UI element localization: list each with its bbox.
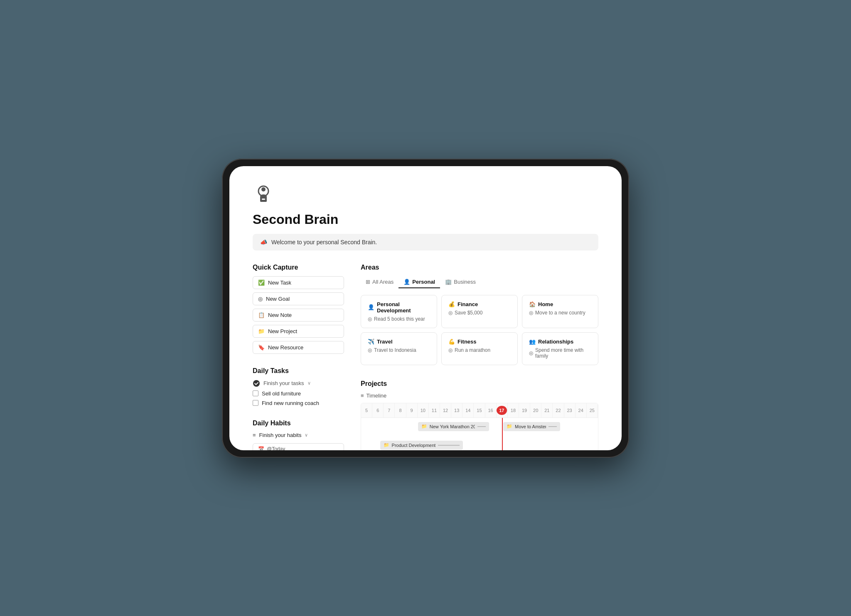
new-task-label: New Task [268,280,291,286]
all-areas-icon: ⊞ [366,279,370,285]
timeline-num-16: 16 [485,403,497,417]
timeline-num-14: 14 [462,403,474,417]
svg-rect-2 [262,199,265,200]
timeline-num-5: 5 [361,403,372,417]
gantt-bar-2[interactable]: 📁Product Development [380,441,463,450]
daily-tasks-title: Daily Tasks [253,367,344,375]
area-card-travel[interactable]: ✈️ Travel ◎ Travel to Indonesia [361,332,437,365]
personal-tab-label: Personal [412,279,435,285]
svg-point-3 [253,380,260,387]
habits-collapse-icon: ∨ [305,432,308,438]
area-card-home[interactable]: 🏠 Home ◎ Move to a new country [522,295,598,328]
gantt-bar-0[interactable]: 📁New York Marathon 2025 [418,422,489,431]
relationships-title: 👥 Relationships [529,339,591,345]
new-resource-label: New Resource [268,344,303,351]
home-sub-icon: ◎ [529,310,533,316]
timeline-num-9: 9 [406,403,418,417]
timeline-num-15: 15 [474,403,485,417]
timeline-num-13: 13 [451,403,462,417]
travel-title: ✈️ Travel [368,339,430,345]
left-column: Quick Capture ✅ New Task ◎ New Goal 📋 N [253,264,344,450]
svg-point-1 [261,187,266,191]
home-icon: 🏠 [529,301,536,307]
gantt-bar-icon-2: 📁 [384,442,389,448]
fitness-sub: ◎ Run a marathon [448,347,511,353]
find-coach-checkbox[interactable] [253,400,258,406]
timeline-header: 5678910111213141516171819202122232425 [361,403,598,418]
timeline-num-12: 12 [440,403,451,417]
timeline-num-24: 24 [576,403,587,417]
areas-tabs: ⊞ All Areas 👤 Personal 🏢 Business [361,276,598,288]
new-note-label: New Note [268,312,292,318]
tab-business[interactable]: 🏢 Business [440,276,481,288]
sell-furniture-label: Sell old furniture [262,390,301,397]
daily-tasks-list: Finish your tasks ∨ Sell old furniture F… [253,380,344,406]
personal-dev-sub-icon: ◎ [368,316,372,322]
tablet-frame: Second Brain 📣 Welcome to your personal … [222,159,629,458]
area-card-personal-dev[interactable]: 👤 Personal Development ◎ Read 5 books th… [361,295,437,328]
gantt-bar-label-0: New York Marathon 2025 [430,424,475,429]
check-complete-icon [253,380,260,387]
gantt-bar-icon-1: 📁 [507,424,512,429]
area-card-relationships[interactable]: 👥 Relationships ◎ Spend more time with f… [522,332,598,365]
project-icon: 📁 [258,328,265,334]
timeline-icon: ≡ [361,393,364,399]
gantt-bar-icon-0: 📁 [421,424,427,429]
relationships-sub: ◎ Spend more time with family [529,347,591,359]
find-coach-label: Find new running coach [262,400,319,406]
sell-furniture-checkbox[interactable] [253,390,258,396]
gantt-bar-label-1: Move to Amsterdam [515,424,546,429]
today-badge: 17 [497,406,507,415]
today-label: @Today [267,446,285,450]
tab-all-areas[interactable]: ⊞ All Areas [361,276,398,288]
timeline-label: ≡ Timeline [361,393,598,399]
finance-sub-icon: ◎ [448,310,453,316]
welcome-text: Welcome to your personal Second Brain. [271,239,377,245]
projects-section: Projects ≡ Timeline 56789101112131415161… [361,380,598,450]
new-task-button[interactable]: ✅ New Task [253,276,344,289]
home-title: 🏠 Home [529,301,591,307]
all-areas-label: All Areas [372,279,394,285]
areas-grid: 👤 Personal Development ◎ Read 5 books th… [361,295,598,365]
gantt-bar-line-1 [548,426,557,427]
timeline-body: 📁New York Marathon 2025📁Move to Amsterda… [361,418,598,450]
timeline-label-text: Timeline [366,393,387,399]
finance-icon: 💰 [448,301,455,307]
areas-section: Areas ⊞ All Areas 👤 Personal [361,264,598,365]
task-find-coach[interactable]: Find new running coach [253,400,344,406]
finish-habits-item[interactable]: ≡ Finish your habits ∨ [253,432,344,438]
area-card-fitness[interactable]: 💪 Fitness ◎ Run a marathon [441,332,518,365]
today-tag[interactable]: 📅 @Today [253,443,344,450]
timeline-num-7: 7 [384,403,395,417]
task-icon: ✅ [258,280,265,286]
timeline-num-22: 22 [553,403,564,417]
gantt-bar-1[interactable]: 📁Move to Amsterdam [503,422,560,431]
personal-dev-sub: ◎ Read 5 books this year [368,316,430,322]
page-title: Second Brain [253,212,598,227]
area-card-finance[interactable]: 💰 Finance ◎ Save $5,000 [441,295,518,328]
new-goal-label: New Goal [266,296,290,302]
tab-personal[interactable]: 👤 Personal [398,276,440,288]
new-goal-button[interactable]: ◎ New Goal [253,292,344,305]
personal-dev-title: 👤 Personal Development [368,301,430,314]
finance-sub: ◎ Save $5,000 [448,310,511,316]
gantt-bar-label-2: Product Development [392,443,436,448]
new-note-button[interactable]: 📋 New Note [253,309,344,321]
timeline-num-17: 17 [497,403,508,417]
task-sell-furniture[interactable]: Sell old furniture [253,390,344,397]
fitness-icon: 💪 [448,339,455,345]
timeline-num-20: 20 [530,403,541,417]
goal-icon: ◎ [258,296,263,302]
welcome-banner: 📣 Welcome to your personal Second Brain. [253,234,598,250]
finish-habits-label: Finish your habits [259,432,302,438]
timeline-num-25: 25 [587,403,598,417]
collapse-icon: ∨ [307,380,311,386]
new-project-button[interactable]: 📁 New Project [253,325,344,338]
resource-icon: 🔖 [258,344,265,351]
new-project-label: New Project [268,328,297,334]
daily-habits-title: Daily Habits [253,420,344,427]
gantt-bar-line-0 [477,426,486,427]
fitness-sub-icon: ◎ [448,347,453,353]
new-resource-button[interactable]: 🔖 New Resource [253,341,344,354]
task-finish-tasks[interactable]: Finish your tasks ∨ [253,380,344,387]
